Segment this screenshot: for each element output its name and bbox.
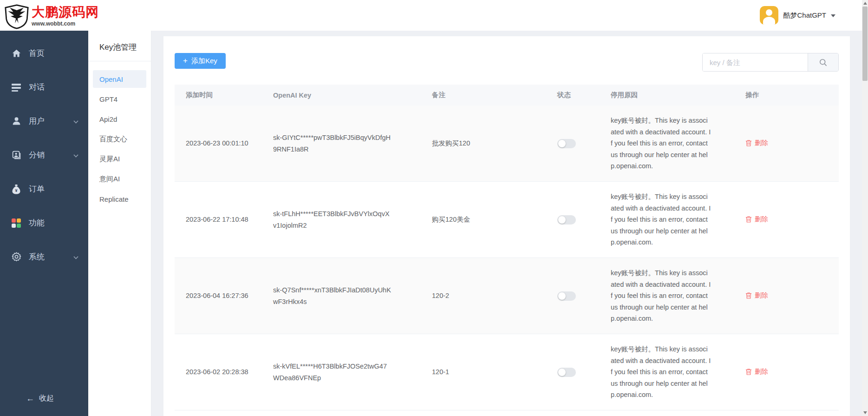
- sidebar-item-orders[interactable]: ¥ 订单: [0, 172, 88, 206]
- toggle-knob: [558, 369, 566, 376]
- arrow-left-icon: ←: [26, 394, 34, 403]
- money-bag-icon: ¥: [11, 184, 21, 194]
- sidebar-item-chat[interactable]: 对话: [0, 70, 88, 104]
- scroll-up-arrow-icon[interactable]: [863, 2, 867, 5]
- table-header: 添加时间 OpenAI Key 备注 状态 停用原因 操作: [175, 85, 839, 106]
- submenu-item-gpt4[interactable]: GPT4: [93, 90, 146, 108]
- table-row: 2023-06-04 16:27:36 sk-Q7Snf*****xnT3Blb…: [175, 258, 839, 334]
- scroll-down-arrow-icon[interactable]: [863, 411, 867, 414]
- sidebar-item-label: 订单: [29, 184, 45, 194]
- add-key-button[interactable]: + 添加Key: [175, 53, 226, 69]
- sidebar-item-distribution[interactable]: 分销: [0, 138, 88, 172]
- search-icon: [819, 59, 827, 66]
- trash-icon: [745, 292, 752, 299]
- col-openai-key: OpenAI Key: [262, 92, 421, 99]
- submenu-item-replicate[interactable]: Replicate: [93, 190, 146, 208]
- cell-note: 批发购买120: [421, 138, 546, 149]
- col-added-time: 添加时间: [175, 91, 262, 99]
- page-scrollbar[interactable]: [862, 0, 868, 416]
- cell-disable-reason: key账号被封。This key is associated with a de…: [600, 343, 734, 401]
- sidebar-collapse-button[interactable]: ← 收起: [0, 389, 88, 408]
- user-menu[interactable]: 酷梦ChatGPT: [760, 6, 835, 25]
- submenu-item-baidu-wenxin[interactable]: 百度文心: [93, 130, 146, 148]
- trash-icon: [745, 216, 752, 223]
- sidebar-item-label: 对话: [29, 82, 45, 92]
- content-card: + 添加Key 添加时间 OpenAI Key 备注 状态 停用原因 操作: [163, 36, 850, 416]
- site-logo[interactable]: 大鹏源码网 www.wobbt.com: [0, 1, 99, 29]
- home-icon: [11, 48, 21, 59]
- delete-button[interactable]: 删除: [745, 366, 768, 377]
- cell-openai-key: sk-kVfEL*****H6T3BlbkFJOSe2twG47WDea86VF…: [262, 361, 421, 383]
- logo-title: 大鹏源码网: [32, 4, 99, 20]
- svg-text:¥: ¥: [15, 188, 17, 193]
- table-row: 2023-06-02 20:28:38 sk-kVfEL*****H6T3Blb…: [175, 334, 839, 410]
- submenu-item-yijian-ai[interactable]: 意间AI: [93, 170, 146, 188]
- cell-disable-reason: key账号被封。This key is associated with a de…: [600, 115, 734, 172]
- toggle-knob: [558, 140, 566, 147]
- top-header: 大鹏源码网 www.wobbt.com 酷梦ChatGPT: [0, 0, 868, 31]
- main-content: + 添加Key 添加时间 OpenAI Key 备注 状态 停用原因 操作: [151, 31, 868, 416]
- trash-icon: [745, 139, 752, 146]
- sidebar-item-label: 分销: [29, 150, 45, 160]
- submenu-item-openai[interactable]: OpenAI: [93, 70, 146, 88]
- key-pool-sidebar: Key池管理 OpenAI GPT4 Api2d 百度文心 灵犀AI 意间AI …: [88, 31, 151, 416]
- sidebar-item-home[interactable]: 首页: [0, 36, 88, 70]
- cell-added-time: 2023-06-23 00:01:10: [175, 138, 262, 149]
- key-table: 添加时间 OpenAI Key 备注 状态 停用原因 操作 2023-06-23…: [175, 85, 839, 410]
- scrollbar-thumb[interactable]: [862, 7, 868, 81]
- col-status: 状态: [546, 91, 600, 99]
- sidebar-item-label: 用户: [29, 116, 45, 126]
- features-grid-icon: [11, 218, 21, 228]
- chevron-down-icon: [73, 119, 78, 123]
- search-button[interactable]: [808, 53, 838, 71]
- main-sidebar: 首页 对话 用户 分销 ¥ 订单 功能 系统: [0, 31, 88, 416]
- page-title: Key池管理: [88, 31, 151, 61]
- sidebar-item-users[interactable]: 用户: [0, 104, 88, 138]
- add-key-label: 添加Key: [191, 57, 217, 66]
- collapse-label: 收起: [39, 394, 54, 403]
- cell-added-time: 2023-06-04 16:27:36: [175, 290, 262, 302]
- sidebar-item-label: 功能: [29, 218, 45, 228]
- search-input[interactable]: [703, 53, 808, 71]
- plus-icon: +: [183, 56, 188, 66]
- status-toggle[interactable]: [557, 368, 576, 377]
- table-row: 2023-06-22 17:10:48 sk-tFLhH*****EET3Blb…: [175, 182, 839, 258]
- col-actions: 操作: [734, 91, 838, 99]
- toggle-knob: [558, 292, 566, 300]
- distribution-icon: [11, 150, 21, 160]
- submenu-item-lingxi-ai[interactable]: 灵犀AI: [93, 150, 146, 168]
- cell-openai-key: sk-Q7Snf*****xnT3BlbkFJIaDt08UyUhKwF3rHk…: [262, 284, 421, 307]
- delete-button[interactable]: 删除: [745, 137, 768, 149]
- user-name: 酷梦ChatGPT: [783, 11, 826, 20]
- cell-note: 120-1: [421, 366, 546, 378]
- cell-added-time: 2023-06-22 17:10:48: [175, 214, 262, 225]
- delete-label: 删除: [755, 366, 768, 377]
- delete-button[interactable]: 删除: [745, 290, 768, 301]
- search-box: [702, 53, 839, 72]
- col-disable-reason: 停用原因: [600, 91, 734, 99]
- delete-button[interactable]: 删除: [745, 213, 768, 225]
- sidebar-item-label: 系统: [29, 251, 45, 262]
- user-icon: [11, 116, 21, 126]
- toggle-knob: [558, 216, 566, 224]
- sidebar-item-label: 首页: [29, 48, 45, 59]
- col-note: 备注: [421, 91, 546, 99]
- chat-lines-icon: [11, 82, 21, 92]
- trash-icon: [745, 368, 752, 375]
- eagle-shield-logo-icon: [4, 4, 30, 29]
- sidebar-item-features[interactable]: 功能: [0, 206, 88, 240]
- table-row: 2023-06-23 00:01:10 sk-GIYtC*****pwT3Blb…: [175, 106, 839, 182]
- chevron-down-icon: [73, 254, 78, 259]
- chevron-down-icon: [73, 152, 78, 157]
- status-toggle[interactable]: [557, 139, 576, 148]
- sidebar-item-system[interactable]: 系统: [0, 240, 88, 274]
- submenu-item-api2d[interactable]: Api2d: [93, 110, 146, 128]
- delete-label: 删除: [755, 213, 768, 225]
- status-toggle[interactable]: [557, 291, 576, 301]
- delete-label: 删除: [755, 137, 768, 149]
- cell-disable-reason: key账号被封。This key is associated with a de…: [600, 267, 734, 324]
- cell-note: 120-2: [421, 290, 546, 302]
- gear-icon: [11, 252, 21, 262]
- status-toggle[interactable]: [557, 215, 576, 225]
- logo-subtitle: www.wobbt.com: [32, 20, 99, 27]
